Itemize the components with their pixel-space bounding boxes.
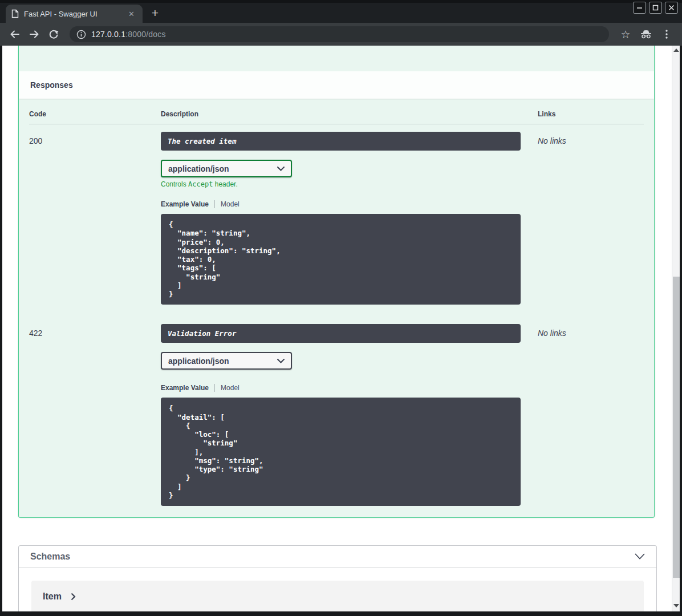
example-code-block: { "detail": [ { "loc": [ "string" ], "ms… bbox=[161, 398, 521, 506]
scroll-down-icon[interactable] bbox=[673, 604, 679, 609]
scroll-up-icon[interactable] bbox=[673, 48, 679, 53]
model-name: Item bbox=[43, 591, 62, 602]
responses-section-header: Responses bbox=[19, 71, 654, 99]
response-row-422: 422 Validation Error application/json Ex… bbox=[29, 317, 644, 506]
chevron-down-icon bbox=[277, 359, 285, 363]
window-frame-bottom bbox=[0, 611, 682, 616]
chevron-right-icon bbox=[71, 593, 76, 601]
media-type-select[interactable]: application/json bbox=[161, 160, 292, 177]
response-description: Validation Error bbox=[161, 324, 521, 343]
example-model-tabs: Example Value Model bbox=[161, 200, 538, 208]
url-bar[interactable]: 127.0.0.1:8000/docs bbox=[70, 26, 609, 42]
url-path: :8000/docs bbox=[125, 30, 166, 39]
schemas-title: Schemas bbox=[30, 552, 70, 562]
browser-tab[interactable]: Fast API - Swagger UI ✕ bbox=[6, 5, 143, 23]
page-scrollbar[interactable] bbox=[672, 46, 680, 611]
media-type-value: application/json bbox=[168, 164, 229, 173]
tab-close-icon[interactable]: ✕ bbox=[126, 10, 137, 18]
url-host: 127.0.0.1 bbox=[91, 30, 125, 39]
chevron-down-icon bbox=[277, 167, 285, 171]
response-description-cell: Validation Error application/json Exampl… bbox=[161, 324, 538, 506]
tab-separator bbox=[214, 384, 215, 392]
window-controls bbox=[633, 2, 678, 14]
schemas-body: Item ValidationError bbox=[19, 568, 656, 611]
tab-example-value[interactable]: Example Value bbox=[161, 200, 209, 208]
responses-title: Responses bbox=[30, 80, 73, 90]
response-code: 422 bbox=[29, 324, 161, 506]
back-icon[interactable] bbox=[7, 26, 23, 42]
response-description: The created item bbox=[161, 132, 521, 151]
scrollbar-thumb[interactable] bbox=[673, 277, 680, 578]
tab-model[interactable]: Model bbox=[221, 384, 239, 392]
kebab-menu-icon[interactable] bbox=[658, 26, 675, 42]
document-icon bbox=[11, 9, 19, 18]
close-window-icon[interactable] bbox=[665, 2, 678, 14]
site-info-icon[interactable] bbox=[76, 30, 86, 39]
col-header-links: Links bbox=[538, 110, 644, 118]
chevron-down-icon[interactable] bbox=[635, 553, 645, 560]
media-type-select[interactable]: application/json bbox=[161, 352, 292, 370]
browser-window: Fast API - Swagger UI ✕ + bbox=[0, 0, 682, 616]
minimize-icon[interactable] bbox=[633, 2, 646, 14]
response-code: 200 bbox=[29, 132, 161, 305]
swagger-page: Responses Code Description Links 200 The… bbox=[2, 46, 672, 611]
responses-table: Code Description Links 200 The created i… bbox=[19, 99, 654, 517]
tab-separator bbox=[214, 200, 215, 208]
response-description-cell: The created item application/json Contro… bbox=[161, 132, 538, 305]
example-model-tabs: Example Value Model bbox=[161, 384, 538, 392]
opblock-body-space bbox=[19, 46, 654, 71]
responses-table-header: Code Description Links bbox=[29, 106, 644, 124]
url-text: 127.0.0.1:8000/docs bbox=[91, 30, 166, 39]
model-item[interactable]: Item bbox=[31, 581, 644, 611]
tab-strip: Fast API - Swagger UI ✕ + bbox=[0, 0, 682, 23]
response-links: No links bbox=[538, 324, 644, 506]
opblock-post: Responses Code Description Links 200 The… bbox=[18, 46, 655, 518]
response-links: No links bbox=[538, 132, 644, 305]
window-frame-right bbox=[680, 46, 682, 611]
tab-example-value[interactable]: Example Value bbox=[161, 384, 209, 392]
incognito-icon bbox=[638, 26, 655, 42]
new-tab-icon[interactable]: + bbox=[147, 5, 163, 21]
reload-icon[interactable] bbox=[46, 26, 62, 42]
example-json: { "detail": [ { "loc": [ "string" ], "ms… bbox=[169, 404, 513, 500]
forward-icon[interactable] bbox=[26, 26, 42, 42]
accept-header-note: Controls Accept header. bbox=[161, 180, 538, 188]
response-row-200: 200 The created item application/json Co… bbox=[29, 124, 644, 305]
maximize-icon[interactable] bbox=[649, 2, 662, 14]
example-json: { "name": "string", "price": 0, "descrip… bbox=[169, 220, 513, 298]
media-type-value: application/json bbox=[168, 356, 229, 366]
browser-toolbar: 127.0.0.1:8000/docs ☆ bbox=[0, 23, 682, 46]
schemas-section: Schemas Item ValidationError bbox=[18, 545, 657, 611]
col-header-code: Code bbox=[29, 110, 161, 118]
tab-model[interactable]: Model bbox=[221, 200, 239, 208]
schemas-header[interactable]: Schemas bbox=[19, 546, 656, 568]
col-header-description: Description bbox=[161, 110, 538, 118]
bookmark-star-icon[interactable]: ☆ bbox=[617, 26, 634, 42]
example-code-block: { "name": "string", "price": 0, "descrip… bbox=[161, 214, 521, 305]
tab-title: Fast API - Swagger UI bbox=[24, 10, 126, 18]
